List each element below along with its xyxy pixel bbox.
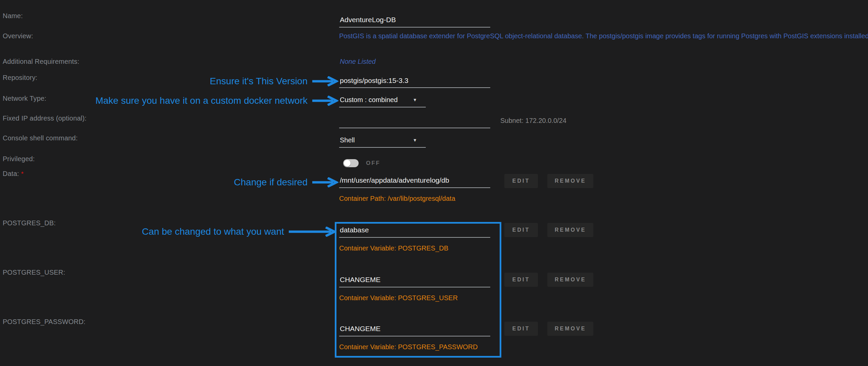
- privileged-toggle-row: OFF: [343, 159, 380, 167]
- postgres-user-input[interactable]: [339, 275, 490, 287]
- postgres-db-input[interactable]: [339, 225, 490, 238]
- data-actions: EDIT REMOVE: [504, 174, 593, 188]
- fixed-ip-input[interactable]: [339, 116, 490, 128]
- annotation-network: Make sure you have it on a custom docker…: [95, 95, 338, 106]
- network-type-select[interactable]: Custom : combined ▼: [339, 96, 426, 108]
- console-shell-select[interactable]: Shell ▼: [339, 136, 426, 148]
- data-path-input[interactable]: [339, 175, 490, 188]
- postgres-user-container-variable: Container Variable: POSTGRES_USER: [339, 294, 458, 302]
- postgres-password-container-variable: Container Variable: POSTGRES_PASSWORD: [339, 343, 478, 351]
- console-shell-selected-value: Shell: [339, 136, 354, 144]
- network-type-selected-value: Custom : combined: [339, 96, 398, 104]
- privileged-state-text: OFF: [366, 160, 380, 166]
- fixed-ip-label: Fixed IP address (optional):: [3, 115, 87, 122]
- postgres-password-input[interactable]: [339, 324, 490, 336]
- postgres-user-remove-button[interactable]: REMOVE: [547, 273, 593, 287]
- overview-text: PostGIS is a spatial database extender f…: [339, 32, 868, 40]
- arrow-right-icon: [312, 96, 338, 106]
- annotation-postgres-db-text: Can be changed to what you want: [142, 226, 284, 237]
- privileged-toggle[interactable]: [343, 159, 359, 167]
- arrow-right-icon: [312, 76, 338, 86]
- data-container-path: Container Path: /var/lib/postgresql/data: [339, 195, 455, 203]
- postgres-password-edit-button[interactable]: EDIT: [504, 322, 538, 336]
- postgres-db-edit-button[interactable]: EDIT: [504, 223, 538, 237]
- annotation-repository-text: Ensure it's This Version: [210, 76, 308, 87]
- postgres-user-edit-button[interactable]: EDIT: [504, 273, 538, 287]
- data-edit-button[interactable]: EDIT: [504, 174, 538, 188]
- postgres-db-container-variable: Container Variable: POSTGRES_DB: [339, 244, 448, 252]
- privileged-label: Privileged:: [3, 155, 35, 163]
- data-label-text: Data:: [3, 170, 19, 177]
- postgres-db-label: POSTGRES_DB:: [3, 219, 56, 227]
- arrow-right-icon: [312, 177, 338, 187]
- required-asterisk: *: [21, 170, 24, 177]
- additional-requirements-value: None Listed: [340, 58, 376, 65]
- overview-label: Overview:: [3, 32, 33, 40]
- postgres-password-actions: EDIT REMOVE: [504, 322, 593, 336]
- annotation-data-text: Change if desired: [234, 177, 308, 188]
- subnet-text: Subnet: 172.20.0.0/24: [500, 117, 566, 125]
- arrow-right-icon: [289, 227, 337, 237]
- postgres-user-actions: EDIT REMOVE: [504, 273, 593, 287]
- name-label: Name:: [3, 12, 23, 20]
- chevron-down-icon: ▼: [413, 96, 426, 102]
- console-shell-label: Console shell command:: [3, 134, 78, 142]
- postgres-password-remove-button[interactable]: REMOVE: [547, 322, 593, 336]
- network-type-label: Network Type:: [3, 95, 46, 102]
- additional-requirements-label: Additional Requirements:: [3, 58, 79, 65]
- postgres-password-label: POSTGRES_PASSWORD:: [3, 318, 86, 326]
- annotation-data: Change if desired: [234, 177, 338, 188]
- postgres-db-actions: EDIT REMOVE: [504, 223, 593, 237]
- data-label: Data:*: [3, 170, 24, 178]
- toggle-knob: [344, 160, 350, 166]
- chevron-down-icon: ▼: [413, 136, 426, 143]
- annotation-postgres-db: Can be changed to what you want: [142, 226, 337, 237]
- highlight-rectangle: [335, 222, 501, 358]
- repository-label: Repository:: [3, 74, 37, 82]
- data-remove-button[interactable]: REMOVE: [547, 174, 593, 188]
- annotation-network-text: Make sure you have it on a custom docker…: [95, 95, 308, 106]
- annotation-repository: Ensure it's This Version: [210, 76, 338, 87]
- name-input[interactable]: [339, 15, 490, 28]
- repository-input[interactable]: [339, 76, 490, 88]
- postgres-user-label: POSTGRES_USER:: [3, 269, 65, 276]
- postgres-db-remove-button[interactable]: REMOVE: [547, 223, 593, 237]
